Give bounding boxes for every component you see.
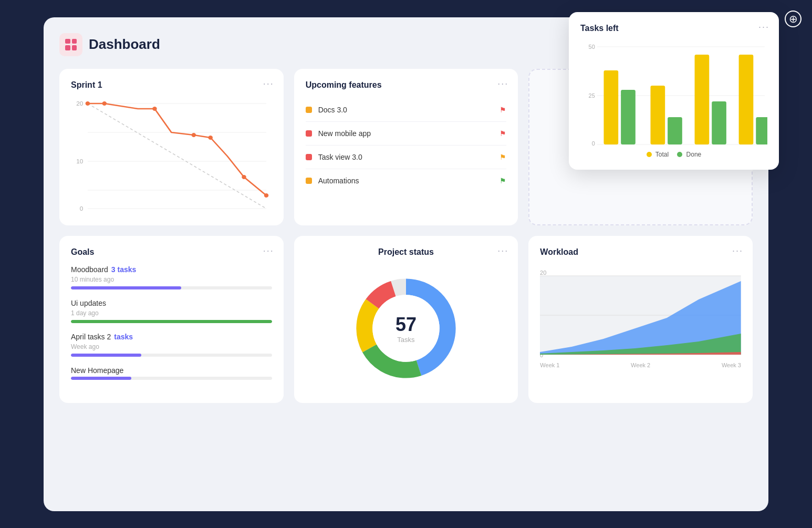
svg-text:20: 20 bbox=[540, 270, 546, 276]
chart-legend: Total Done bbox=[580, 151, 767, 158]
project-status-card: Project status ··· bbox=[294, 236, 518, 403]
features-card-menu[interactable]: ··· bbox=[497, 78, 508, 89]
goal-name: April tasks 2 bbox=[71, 333, 111, 341]
week-label: Week 3 bbox=[722, 362, 741, 368]
workload-x-labels: Week 1 Week 2 Week 3 bbox=[540, 362, 741, 368]
svg-point-13 bbox=[208, 136, 213, 140]
feature-dot bbox=[306, 154, 312, 160]
svg-text:50: 50 bbox=[589, 43, 595, 49]
goal-tasks-link[interactable]: 3 tasks bbox=[111, 265, 136, 274]
svg-point-15 bbox=[264, 193, 269, 198]
tasks-left-chart: 50 25 0 bbox=[580, 42, 767, 147]
svg-point-12 bbox=[192, 133, 196, 137]
goal-item: Moodboard 3 tasks 10 minutes ago bbox=[71, 265, 272, 289]
tasks-left-menu[interactable]: ··· bbox=[758, 22, 769, 33]
features-card-title: Upcoming features bbox=[306, 80, 507, 90]
svg-rect-43 bbox=[739, 55, 754, 144]
donut-center: 57 Tasks bbox=[395, 313, 417, 343]
svg-rect-38 bbox=[621, 90, 636, 144]
workload-card-menu[interactable]: ··· bbox=[732, 245, 743, 256]
goal-tasks-link[interactable]: tasks bbox=[114, 333, 133, 341]
donut-chart: 57 Tasks bbox=[348, 271, 464, 386]
sprint-card-title: Sprint 1 bbox=[71, 80, 272, 90]
legend-done: Done bbox=[677, 151, 701, 158]
workload-card: Workload ··· 20 0 bbox=[528, 236, 753, 403]
workload-card-title: Workload bbox=[540, 247, 741, 257]
svg-rect-42 bbox=[712, 101, 726, 144]
svg-text:25: 25 bbox=[589, 92, 595, 98]
donut-label: Tasks bbox=[395, 335, 417, 343]
feature-item: Task view 3.0 ⚑ bbox=[306, 146, 507, 169]
goals-card: Goals ··· Moodboard 3 tasks 10 minutes a… bbox=[59, 236, 284, 403]
features-card: Upcoming features ··· Docs 3.0 ⚑ New mob… bbox=[294, 69, 518, 225]
svg-point-11 bbox=[152, 107, 157, 111]
feature-flag: ⚑ bbox=[499, 177, 506, 185]
feature-dot bbox=[306, 178, 312, 184]
feature-dot bbox=[306, 130, 312, 137]
goal-time: Week ago bbox=[71, 343, 272, 350]
svg-text:20: 20 bbox=[76, 100, 83, 107]
sprint-card-menu[interactable]: ··· bbox=[263, 78, 274, 89]
svg-text:0: 0 bbox=[80, 205, 84, 212]
tasks-left-card: Tasks left ··· 50 25 0 bbox=[569, 12, 779, 170]
goal-time: 10 minutes ago bbox=[71, 276, 272, 283]
svg-rect-40 bbox=[668, 117, 682, 144]
goals-card-title: Goals bbox=[71, 247, 272, 257]
feature-dot bbox=[306, 107, 312, 113]
feature-item: Docs 3.0 ⚑ bbox=[306, 98, 507, 122]
add-button[interactable]: ⊕ bbox=[785, 11, 801, 27]
svg-point-10 bbox=[102, 101, 107, 106]
goal-item: Ui updates 1 day ago bbox=[71, 299, 272, 323]
feature-item: Automations ⚑ bbox=[306, 169, 507, 192]
svg-line-8 bbox=[88, 103, 266, 209]
logo bbox=[59, 33, 82, 56]
project-status-title: Project status bbox=[378, 247, 434, 257]
feature-flag: ⚑ bbox=[499, 106, 506, 114]
page-title: Dashboard bbox=[89, 36, 160, 53]
svg-rect-44 bbox=[756, 117, 767, 144]
feature-name: Automations bbox=[318, 177, 359, 185]
sprint-card: Sprint 1 ··· 20 10 0 bbox=[59, 69, 284, 225]
feature-flag: ⚑ bbox=[499, 129, 506, 138]
feature-name: New mobile app bbox=[318, 129, 371, 138]
feature-flag: ⚑ bbox=[499, 153, 506, 161]
svg-text:10: 10 bbox=[76, 158, 83, 164]
feature-name: Task view 3.0 bbox=[318, 153, 362, 161]
feature-item: New mobile app ⚑ bbox=[306, 122, 507, 146]
week-label: Week 2 bbox=[631, 362, 650, 368]
svg-rect-41 bbox=[695, 55, 710, 144]
svg-rect-39 bbox=[651, 86, 665, 144]
goal-item: April tasks 2 tasks Week ago bbox=[71, 333, 272, 357]
week-label: Week 1 bbox=[540, 362, 559, 368]
legend-total: Total bbox=[647, 151, 669, 158]
goal-time: 1 day ago bbox=[71, 309, 272, 317]
workload-chart: 20 0 bbox=[540, 265, 741, 360]
project-status-menu[interactable]: ··· bbox=[497, 245, 508, 256]
goal-name: New Homepage bbox=[71, 366, 123, 375]
sprint-chart: 20 10 0 bbox=[71, 98, 272, 214]
dashboard-container: Dashboard Sprint 1 ··· 20 10 0 bbox=[44, 17, 768, 511]
donut-number: 57 bbox=[395, 313, 417, 335]
svg-text:0: 0 bbox=[592, 140, 595, 146]
svg-point-14 bbox=[242, 175, 246, 179]
goal-name: Moodboard bbox=[71, 265, 108, 274]
goal-item: New Homepage bbox=[71, 366, 272, 380]
svg-rect-37 bbox=[604, 70, 619, 144]
tasks-left-title: Tasks left bbox=[580, 24, 767, 33]
goal-name: Ui updates bbox=[71, 299, 106, 307]
svg-point-9 bbox=[86, 101, 90, 106]
goals-card-menu[interactable]: ··· bbox=[263, 245, 274, 256]
feature-name: Docs 3.0 bbox=[318, 106, 347, 114]
